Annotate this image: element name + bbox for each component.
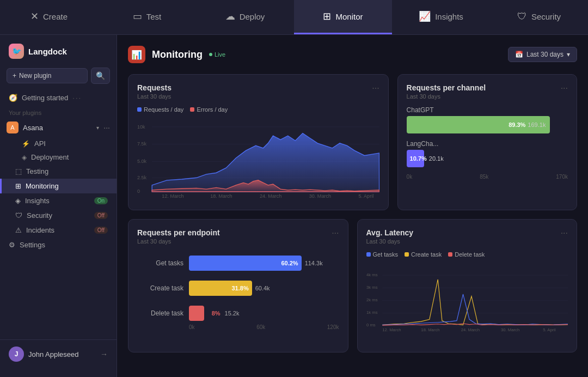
nav-test-label: Test [146, 12, 162, 21]
channel-chart-title: Requests per channel [407, 83, 486, 92]
sidebar-item-monitoring[interactable]: ⊞ Monitoring [0, 179, 117, 193]
chatgpt-pct: 89.3% [509, 121, 525, 128]
sidebar-item-deployment[interactable]: ◈ Deployment [0, 150, 117, 164]
monitor-icon: ⊞ [323, 10, 331, 22]
chatgpt-bar-track: 89.3% 169.1k [407, 116, 568, 133]
delete-task-track: 8% 15.2k [189, 306, 339, 321]
create-task-pct: 31.8% [232, 285, 249, 291]
svg-text:18. March: 18. March [421, 327, 439, 332]
langchain-pct: 10.7% [410, 155, 427, 162]
sidebar-item-security[interactable]: 🛡 Security Off [0, 208, 117, 223]
nav-security[interactable]: 🛡 Security [490, 0, 588, 34]
svg-text:7.5k: 7.5k [137, 141, 147, 147]
nav-insights[interactable]: 📈 Insights [392, 0, 490, 34]
get-tasks-bar: 60.2% 114.3k [189, 256, 302, 271]
channel-bars: ChatGPT 89.3% 169.1k LangCha... 10.7% 20… [407, 106, 568, 167]
requests-chart-subtitle: Last 30 days [137, 93, 171, 100]
asana-icon: A [7, 121, 19, 133]
endpoint-more-icon[interactable]: ··· [332, 228, 339, 238]
calendar-icon: 📅 [515, 51, 523, 58]
langchain-bar-track: 10.7% 20.1k [407, 150, 568, 167]
new-plugin-button[interactable]: + New plugin [7, 68, 88, 83]
create-task-track: 31.8% 60.4k [189, 281, 339, 296]
sidebar-item-incidents[interactable]: ⚠ Incidents Off [0, 223, 117, 238]
sidebar-actions: + New plugin 🔍 [0, 68, 117, 90]
logout-icon[interactable]: → [100, 350, 108, 358]
latency-more-icon[interactable]: ··· [561, 228, 568, 238]
langchain-val: 20.1k [429, 155, 444, 162]
page-title: Monitoring [152, 49, 203, 60]
sidebar-brand: 🐦 Langdock [0, 44, 117, 68]
brand-name: Langdock [28, 47, 67, 56]
latency-chart-title: Avg. Latency [366, 228, 414, 237]
security-nav-icon: 🛡 [15, 211, 22, 220]
nav-monitor[interactable]: ⊞ Monitor [294, 0, 392, 34]
endpoint-chart-title: Requests per endpoint [137, 228, 220, 237]
requests-chart-header: Requests Last 30 days ··· [137, 83, 379, 100]
endpoint-bar-chart: Get tasks 60.2% 114.3k Create task [137, 251, 339, 321]
latency-svg: 4k ms 3k ms 2k ms 1k ms 0 ms [366, 262, 568, 341]
search-icon: 🔍 [96, 71, 105, 80]
date-range-picker[interactable]: 📅 Last 30 days ▾ [508, 47, 577, 62]
plugin-more-icon[interactable]: ··· [103, 123, 110, 132]
delete-task-val: 15.2k [225, 310, 240, 317]
charts-row-1: Requests Last 30 days ··· Requests / day… [128, 74, 577, 210]
legend-requests: Requests / day [137, 106, 183, 113]
requests-per-channel-card: Requests per channel Last 30 days ··· Ch… [397, 74, 577, 210]
create-task-val: 60.4k [255, 285, 270, 291]
live-badge: Live [209, 51, 225, 58]
insights-badge: On [94, 197, 108, 204]
svg-text:30. March: 30. March [501, 327, 519, 332]
compass-icon: 🧭 [9, 94, 17, 102]
svg-text:0: 0 [137, 188, 140, 194]
sidebar-item-insights[interactable]: ◈ Insights On [0, 193, 117, 208]
bar-row-create-task: Create task 31.8% 60.4k [137, 281, 339, 296]
svg-text:12. March: 12. March [382, 327, 401, 332]
settings-icon: ⚙ [9, 241, 15, 249]
your-plugins-label: Your plugins [0, 105, 117, 118]
nav-security-label: Security [531, 12, 561, 21]
get-tasks-val: 114.3k [305, 260, 323, 266]
main-header: 📊 Monitoring Live 📅 Last 30 days ▾ [128, 46, 577, 63]
get-tasks-track: 60.2% 114.3k [189, 256, 339, 271]
plugin-asana-name: Asana [23, 124, 92, 132]
latency-legend: Get tasks Create task Delete task [366, 251, 568, 258]
langchain-label: LangCha... [407, 140, 568, 148]
nav-create[interactable]: ✕ Create [0, 0, 98, 34]
top-navigation: ✕ Create ▭ Test ☁ Deploy ⊞ Monitor 📈 Ins… [0, 0, 588, 35]
security-icon: 🛡 [517, 11, 527, 22]
svg-text:2k ms: 2k ms [366, 297, 378, 302]
plugin-asana-header[interactable]: A Asana ▾ ··· [0, 118, 117, 137]
svg-text:5.0k: 5.0k [137, 159, 147, 164]
nav-deploy[interactable]: ☁ Deploy [196, 0, 294, 34]
getting-started-item[interactable]: 🧭 Getting started ··· [0, 90, 117, 105]
nav-monitor-label: Monitor [335, 12, 363, 21]
legend-errors: Errors / day [190, 106, 228, 113]
requests-more-icon[interactable]: ··· [372, 83, 379, 93]
legend-delete-task: Delete task [448, 251, 485, 258]
sidebar-item-settings[interactable]: ⚙ Settings [0, 238, 117, 252]
api-icon: ⚡ [22, 140, 30, 148]
delete-task-bar: 8% 15.2k [189, 306, 204, 321]
channel-chart-subtitle: Last 30 days [407, 93, 486, 100]
chevron-down-icon: ▾ [567, 51, 570, 58]
channel-more-icon[interactable]: ··· [561, 83, 568, 93]
svg-text:24. March: 24. March [260, 193, 281, 199]
nav-test[interactable]: ▭ Test [98, 0, 196, 34]
svg-text:1k ms: 1k ms [366, 310, 378, 315]
requests-chart-title: Requests [137, 83, 171, 92]
sidebar-item-api[interactable]: ⚡ API [0, 137, 117, 150]
user-name: John Appleseed [28, 350, 96, 358]
latency-chart-card: Avg. Latency Last 30 days ··· Get tasks … [357, 219, 578, 352]
svg-text:2.5k: 2.5k [137, 175, 147, 180]
chatgpt-val: 169.1k [528, 121, 546, 128]
endpoint-chart-header: Requests per endpoint Last 30 days ··· [137, 228, 339, 245]
channel-chart-header: Requests per channel Last 30 days ··· [407, 83, 568, 100]
sidebar-item-testing[interactable]: ⬚ Testing [0, 164, 117, 179]
testing-icon: ⬚ [15, 167, 22, 175]
latency-chart-header: Avg. Latency Last 30 days ··· [366, 228, 568, 245]
endpoint-chart-subtitle: Last 30 days [137, 238, 220, 245]
requests-legend: Requests / day Errors / day [137, 106, 379, 113]
brand-icon: 🐦 [9, 44, 24, 59]
search-button[interactable]: 🔍 [91, 68, 110, 84]
